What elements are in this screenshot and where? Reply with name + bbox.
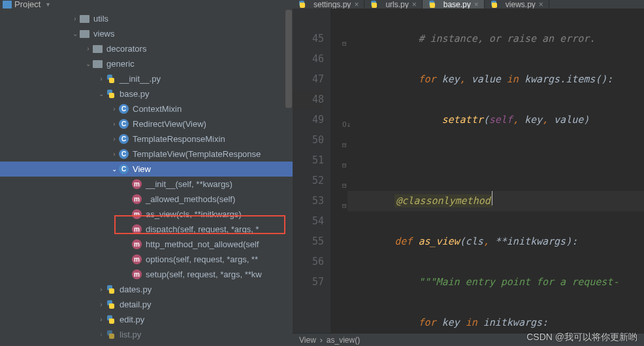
chevron-right-icon: ›: [97, 301, 106, 308]
tree-class-view[interactable]: ⌄CView: [0, 162, 293, 177]
close-icon[interactable]: ×: [354, 0, 359, 9]
method-icon: m: [132, 269, 142, 279]
python-file-icon: [106, 89, 116, 99]
class-icon: C: [119, 119, 129, 129]
tree-item-detail[interactable]: ›detail.py: [0, 297, 293, 312]
tree-class-contextmixin[interactable]: ›CContextMixin: [0, 101, 293, 116]
tab-base[interactable]: base.py×: [423, 0, 485, 9]
tree-class-templateresponse[interactable]: ›CTemplateResponseMixin: [0, 131, 293, 147]
tree-method-asview[interactable]: mas_view(cls, **initkwargs): [0, 207, 293, 222]
tree-class-redirectview[interactable]: ›CRedirectView(View): [0, 116, 293, 131]
python-file-icon: [106, 315, 116, 324]
watermark: CSDN @我可以将你更新哟: [526, 332, 637, 343]
python-file-icon: [106, 285, 116, 294]
tree-method-init[interactable]: m__init__(self, **kwargs): [0, 177, 293, 192]
chevron-right-icon: ›: [97, 331, 106, 338]
tree-item-init[interactable]: ›__init__.py: [0, 71, 293, 86]
class-icon: C: [119, 164, 129, 174]
folder-icon: [93, 45, 103, 53]
chevron-right-icon: ›: [110, 135, 119, 143]
python-file-icon: [106, 330, 116, 339]
project-tree-panel: Project ▾ ›utils ⌄views ›decorators ⌄gen…: [0, 0, 293, 346]
code-editor[interactable]: 45 46 47 48 49 50 51 52 53 54 55 56 57 O…: [293, 9, 644, 333]
close-icon[interactable]: ×: [474, 0, 479, 9]
chevron-right-icon: ›: [110, 105, 119, 112]
close-icon[interactable]: ×: [412, 0, 417, 9]
python-file-icon: [298, 0, 306, 9]
folder-icon: [93, 60, 103, 68]
class-icon: C: [119, 104, 129, 114]
code-area[interactable]: # instance, or raise an error. for key, …: [330, 9, 644, 333]
chevron-down-icon: ⌄: [110, 165, 119, 173]
python-file-icon: [106, 74, 116, 84]
chevron-right-icon: ›: [97, 286, 106, 293]
class-icon: C: [119, 134, 129, 144]
editor-panel: settings.py× urls.py× base.py× views.py×…: [293, 0, 644, 346]
method-icon: m: [132, 224, 142, 234]
folder-icon: [80, 15, 89, 23]
tree-scrollbar[interactable]: [285, 10, 292, 108]
chevron-right-icon: ›: [110, 120, 119, 128]
chevron-right-icon: ›: [110, 150, 119, 158]
chevron-down-icon: ⌄: [84, 60, 93, 67]
chevron-right-icon: ›: [97, 316, 106, 323]
tree-class-templateview[interactable]: ›CTemplateView(TemplateResponse: [0, 147, 293, 162]
tab-urls[interactable]: urls.py×: [364, 0, 422, 9]
tree-item-base[interactable]: ⌄base.py: [0, 86, 293, 101]
chevron-right-icon: ›: [84, 45, 93, 52]
chevron-down-icon: ⌄: [71, 30, 80, 37]
tab-settings[interactable]: settings.py×: [293, 0, 364, 9]
tree-method-allowed[interactable]: m_allowed_methods(self): [0, 192, 293, 207]
tree-item-decorators[interactable]: ›decorators: [0, 41, 293, 56]
chevron-right-icon: ›: [71, 15, 80, 22]
chevron-down-icon: ▾: [43, 1, 52, 8]
folder-icon: [80, 30, 89, 38]
project-tree[interactable]: ›utils ⌄views ›decorators ⌄generic ›__in…: [0, 9, 293, 346]
project-label: Project: [14, 0, 40, 9]
tree-item-dates[interactable]: ›dates.py: [0, 282, 293, 297]
breadcrumb-asview[interactable]: as_view(): [327, 336, 360, 345]
gutter: 45 46 47 48 49 50 51 52 53 54 55 56 57 O…: [293, 9, 330, 333]
chevron-right-icon: ›: [97, 75, 106, 82]
breadcrumb-view[interactable]: View: [299, 336, 316, 345]
tab-views[interactable]: views.py×: [485, 0, 549, 9]
tree-method-http[interactable]: mhttp_method_not_allowed(self: [0, 237, 293, 252]
tree-item-utils[interactable]: ›utils: [0, 11, 293, 26]
class-icon: C: [119, 149, 129, 159]
text-cursor: [492, 191, 492, 205]
tree-item-edit[interactable]: ›edit.py: [0, 312, 293, 327]
chevron-down-icon: ⌄: [97, 90, 106, 97]
method-icon: m: [132, 254, 142, 264]
python-file-icon: [490, 0, 498, 9]
close-icon[interactable]: ×: [539, 0, 543, 9]
tree-item-generic[interactable]: ⌄generic: [0, 56, 293, 71]
tree-method-dispatch[interactable]: mdispatch(self, request, *args, *: [0, 222, 293, 237]
project-header[interactable]: Project ▾: [0, 0, 293, 9]
python-file-icon: [106, 300, 116, 309]
method-icon: m: [132, 209, 142, 219]
python-file-icon: [370, 0, 378, 9]
method-icon: m: [132, 239, 142, 249]
tree-item-views[interactable]: ⌄views: [0, 26, 293, 41]
tree-method-options[interactable]: moptions(self, request, *args, **: [0, 252, 293, 267]
method-icon: m: [132, 194, 142, 204]
method-icon: m: [132, 179, 142, 189]
editor-tabs: settings.py× urls.py× base.py× views.py×: [293, 0, 644, 9]
project-icon: [3, 1, 12, 9]
tree-method-setup[interactable]: msetup(self, request, *args, **kw: [0, 267, 293, 282]
chevron-right-icon: ›: [320, 336, 323, 345]
python-file-icon: [428, 0, 436, 9]
tree-item-list[interactable]: ›list.py: [0, 327, 293, 342]
